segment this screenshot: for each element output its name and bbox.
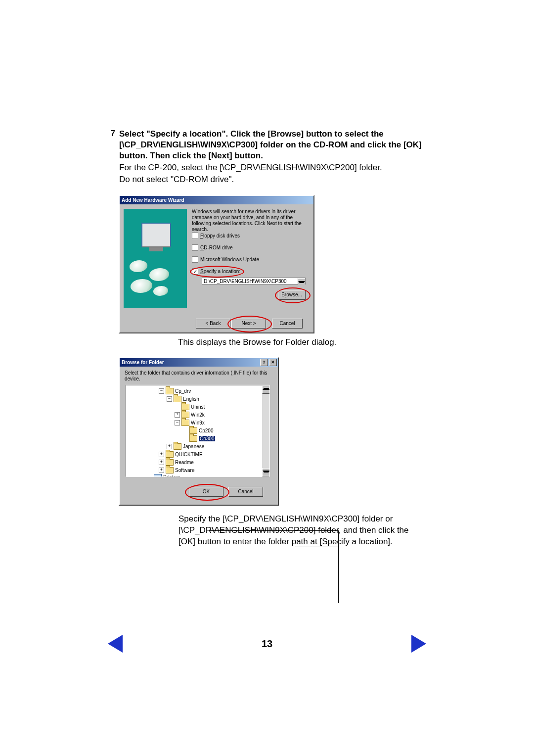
folder-icon xyxy=(174,443,181,450)
expand-toggle[interactable]: − xyxy=(167,396,172,402)
location-path-text: D:\CP_DRV\ENGLISH\WIN9X\CP300 xyxy=(204,279,287,284)
folder-icon xyxy=(166,467,174,473)
folder-icon xyxy=(166,451,174,458)
page-number: 13 xyxy=(262,638,272,650)
folder-icon xyxy=(166,388,174,394)
folder-icon xyxy=(166,459,174,466)
expand-toggle[interactable]: + xyxy=(167,444,172,449)
folder-tree[interactable]: −Cp_drv −English Uninst +Win2k −Win9x Cp… xyxy=(126,385,270,477)
msupdate-label: Microsoft Windows Update xyxy=(200,257,259,262)
browse-title-text: Browse for Folder xyxy=(122,358,164,367)
floppy-checkbox[interactable] xyxy=(192,233,198,239)
expand-toggle[interactable]: + xyxy=(159,452,164,457)
step-desc-2: Do not select "CD-ROM drive". xyxy=(119,174,447,185)
location-dropdown-button[interactable] xyxy=(298,278,305,284)
tree-node-win9x[interactable]: Win9x xyxy=(191,420,205,425)
scroll-up-button[interactable] xyxy=(262,385,270,394)
next-page-button[interactable] xyxy=(411,635,426,653)
location-path-combo[interactable]: D:\CP_DRV\ENGLISH\WIN9X\CP300 xyxy=(202,278,306,284)
add-new-hardware-wizard-dialog: Add New Hardware Wizard Windows will sea… xyxy=(119,195,314,333)
expand-toggle[interactable]: + xyxy=(175,412,180,418)
folder-icon xyxy=(174,396,181,402)
folder-icon xyxy=(181,420,189,426)
tree-node-japanese[interactable]: Japanese xyxy=(183,444,204,449)
step-number: 7 xyxy=(101,129,115,185)
folder-open-icon xyxy=(189,435,197,442)
scroll-down-button[interactable] xyxy=(262,468,270,476)
tree-node-software[interactable]: Software xyxy=(175,468,194,473)
tree-node-quicktime[interactable]: QUICKTIME xyxy=(175,452,203,457)
msupdate-checkbox[interactable] xyxy=(192,256,198,263)
close-button[interactable]: ✕ xyxy=(269,359,277,366)
back-button[interactable]: < Back xyxy=(196,319,230,329)
tree-node-readme[interactable]: Readme xyxy=(175,460,194,465)
browse-titlebar: Browse for Folder ? ✕ xyxy=(120,358,278,367)
tree-node-cp300-selected[interactable]: Cp300 xyxy=(199,436,215,441)
wizard-illustration xyxy=(124,209,187,308)
folder-icon xyxy=(181,404,189,410)
step-title: Select "Specify a location". Click the [… xyxy=(119,129,447,161)
cancel-button[interactable]: Cancel xyxy=(228,487,263,497)
tree-node-uninst[interactable]: Uninst xyxy=(191,404,205,410)
expand-toggle[interactable]: + xyxy=(159,468,164,473)
expand-toggle[interactable]: − xyxy=(175,420,180,425)
cdrom-checkbox[interactable] xyxy=(192,244,198,251)
tree-node-cp-drv[interactable]: Cp_drv xyxy=(175,388,191,394)
tree-node-win2k[interactable]: Win2k xyxy=(191,412,205,418)
step-desc-1: For the CP-200, select the [\CP_DRV\ENGL… xyxy=(119,162,447,173)
floppy-label: Floppy disk drives xyxy=(200,233,240,238)
browse-button[interactable]: Browse... xyxy=(278,290,306,300)
expand-toggle[interactable]: − xyxy=(159,388,164,394)
ok-button[interactable]: OK xyxy=(189,487,223,497)
printers-icon xyxy=(154,474,162,477)
expand-toggle[interactable]: + xyxy=(159,460,164,465)
folder-icon xyxy=(189,427,197,434)
callout-line xyxy=(338,530,339,603)
specify-location-label: Specify a location: xyxy=(200,269,240,274)
folder-icon xyxy=(181,412,189,418)
wizard-instruction-text: Windows will search for new drivers in i… xyxy=(192,209,307,233)
cdrom-label: CD-ROM drive xyxy=(200,245,233,250)
tree-node-english[interactable]: English xyxy=(183,396,199,402)
dialog-titlebar: Add New Hardware Wizard xyxy=(120,196,313,204)
next-button[interactable]: Next > xyxy=(231,319,266,329)
help-button[interactable]: ? xyxy=(260,359,268,366)
browse-instruction: Select the folder that contains driver i… xyxy=(125,370,272,382)
callout-line xyxy=(209,530,339,531)
specify-location-checkbox[interactable] xyxy=(192,268,198,275)
prev-page-button[interactable] xyxy=(108,635,123,653)
browse-for-folder-dialog: Browse for Folder ? ✕ Select the folder … xyxy=(119,357,279,506)
tree-scrollbar[interactable] xyxy=(262,385,269,476)
callout-line xyxy=(295,547,339,547)
caption-browse-dialog: This displays the Browse for Folder dial… xyxy=(178,337,447,347)
tree-node-cp200[interactable]: Cp200 xyxy=(199,428,213,433)
cancel-button[interactable]: Cancel xyxy=(272,319,303,329)
tree-node-printers[interactable]: Printers xyxy=(163,474,180,477)
